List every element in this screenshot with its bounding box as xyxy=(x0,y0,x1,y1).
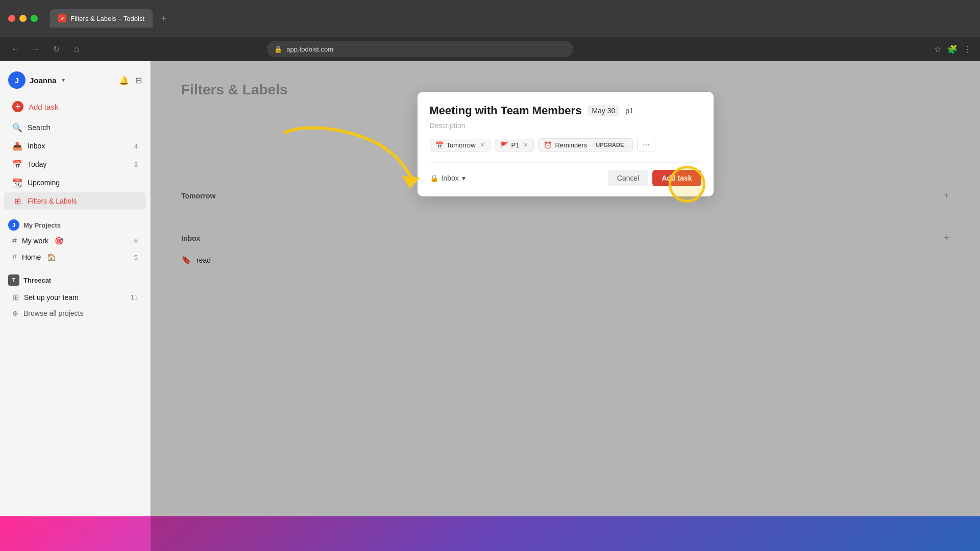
sidebar-item-filters-labels[interactable]: ⊞ Filters & Labels xyxy=(4,192,146,210)
inbox-count: 4 xyxy=(134,142,138,150)
modal-actions: Cancel Add task xyxy=(608,170,701,186)
sidebar-item-label: Today xyxy=(28,160,46,168)
arrow-annotation xyxy=(275,117,428,199)
project-label: Home xyxy=(22,253,41,261)
inbox-selector-label: Inbox xyxy=(442,174,459,182)
p1-tag-remove[interactable]: ✕ xyxy=(523,141,528,148)
hash-icon: ⊞ xyxy=(12,292,19,302)
address-bar[interactable]: 🔒 app.todoist.com xyxy=(267,41,573,57)
modal-overlay[interactable]: Meeting with Team Members May 30 p1 Desc… xyxy=(151,61,980,551)
tab-favicon: ✓ xyxy=(58,14,66,22)
sidebar-item-search[interactable]: 🔍 Search xyxy=(4,119,146,136)
project-label: Set up your team xyxy=(24,293,79,302)
extensions-icon[interactable]: 🧩 xyxy=(947,44,958,54)
upcoming-icon: 📆 xyxy=(12,178,22,188)
p1-tag-label: P1 xyxy=(511,141,520,149)
flag-icon: 🚩 xyxy=(500,141,508,149)
inbox-icon: 📥 xyxy=(12,141,22,151)
sidebar-item-home[interactable]: # Home 🏠 5 xyxy=(4,249,146,265)
traffic-lights xyxy=(8,15,38,22)
minimize-button[interactable] xyxy=(19,15,27,22)
sidebar-item-set-up-team[interactable]: ⊞ Set up your team 11 xyxy=(4,289,146,305)
header-icons: 🔔 ⊟ xyxy=(119,76,142,85)
search-icon: 🔍 xyxy=(12,122,22,133)
clock-icon: ⏰ xyxy=(544,141,552,149)
sidebar-item-label: Filters & Labels xyxy=(28,197,77,205)
modal-title: Meeting with Team Members xyxy=(430,104,582,117)
notification-bell-icon[interactable]: 🔔 xyxy=(119,76,129,85)
url-text: app.todoist.com xyxy=(286,45,333,53)
sidebar-item-label: Search xyxy=(28,123,50,132)
bookmark-icon[interactable]: ☆ xyxy=(934,44,941,54)
calendar-icon: 📅 xyxy=(435,141,444,149)
hash-icon: # xyxy=(12,236,17,245)
user-name: Joanna xyxy=(30,76,57,85)
sidebar-toggle-icon[interactable]: ⊟ xyxy=(135,76,142,85)
browser-chrome: ✓ Filters & Labels – Todoist + xyxy=(0,0,980,37)
tab-bar: ✓ Filters & Labels – Todoist + xyxy=(50,9,171,28)
my-work-count: 6 xyxy=(134,237,138,245)
workspace-header: T Threecat xyxy=(0,269,150,289)
inbox-chevron-icon: ▾ xyxy=(462,174,465,182)
back-button[interactable]: ← xyxy=(8,42,22,56)
inbox-selector[interactable]: 🔒 Inbox ▾ xyxy=(430,174,465,182)
menu-icon[interactable]: ⋮ xyxy=(964,44,972,54)
reminders-tag-label: Reminders xyxy=(555,141,587,149)
tag-row: 📅 Tomorrow ✕ 🚩 P1 ✕ ⏰ Reminders UPGR xyxy=(430,138,701,152)
setup-team-count: 11 xyxy=(131,293,138,301)
more-options-button[interactable]: ··· xyxy=(637,138,655,152)
today-icon: 📅 xyxy=(12,159,22,169)
tab-title: Filters & Labels – Todoist xyxy=(70,15,144,22)
my-work-emoji: 🎯 xyxy=(55,237,63,245)
active-tab[interactable]: ✓ Filters & Labels – Todoist xyxy=(50,9,153,28)
browse-all-projects[interactable]: ⊕ Browse all projects xyxy=(4,306,146,320)
lock-icon: 🔒 xyxy=(430,174,438,182)
browse-all-icon: ⊕ xyxy=(12,309,18,317)
user-avatar: J xyxy=(8,71,26,89)
reminders-tag[interactable]: ⏰ Reminders UPGRADE xyxy=(538,138,633,152)
p1-tag[interactable]: 🚩 P1 ✕ xyxy=(495,139,534,152)
workspace-name: Threecat xyxy=(23,277,51,284)
date-badge[interactable]: May 30 xyxy=(587,105,619,116)
fullscreen-button[interactable] xyxy=(31,15,38,22)
my-projects-avatar: J xyxy=(8,219,19,231)
svg-marker-0 xyxy=(402,176,420,189)
add-task-icon: + xyxy=(12,101,23,112)
priority-badge: p1 xyxy=(625,107,633,115)
add-task-button[interactable]: + Add task xyxy=(4,97,146,116)
app-container: J Joanna ▾ 🔔 ⊟ + Add task 🔍 Search 📥 Inb… xyxy=(0,61,980,551)
tomorrow-tag-remove[interactable]: ✕ xyxy=(480,141,485,148)
tomorrow-tag[interactable]: 📅 Tomorrow ✕ xyxy=(430,139,491,152)
sidebar-item-today[interactable]: 📅 Today 3 xyxy=(4,156,146,173)
modal-title-row: Meeting with Team Members May 30 p1 xyxy=(430,104,701,117)
address-bar-row: ← → ↻ ⌂ 🔒 app.todoist.com ☆ 🧩 ⋮ xyxy=(0,37,980,61)
my-projects-section: J My Projects xyxy=(0,214,150,233)
home-button[interactable]: ⌂ xyxy=(69,42,84,56)
new-tab-button[interactable]: + xyxy=(157,11,171,26)
cancel-button[interactable]: Cancel xyxy=(608,170,649,186)
sidebar-item-label: Inbox xyxy=(28,142,45,150)
modal-description[interactable]: Description xyxy=(430,121,701,130)
reload-button[interactable]: ↻ xyxy=(49,42,63,56)
task-modal: Meeting with Team Members May 30 p1 Desc… xyxy=(418,92,714,196)
tomorrow-tag-label: Tomorrow xyxy=(447,141,476,149)
today-count: 3 xyxy=(134,161,138,168)
browse-all-label: Browse all projects xyxy=(23,309,84,317)
sidebar-item-inbox[interactable]: 📥 Inbox 4 xyxy=(4,137,146,155)
user-chevron-icon: ▾ xyxy=(62,77,65,84)
forward-button[interactable]: → xyxy=(29,42,43,56)
filters-icon: ⊞ xyxy=(12,196,22,206)
add-task-modal-button[interactable]: Add task xyxy=(652,170,701,186)
home-count: 5 xyxy=(134,254,138,261)
workspace-avatar: T xyxy=(8,274,19,286)
hash-icon: # xyxy=(12,253,17,262)
close-button[interactable] xyxy=(8,15,15,22)
add-task-button-wrapper: Add task xyxy=(652,170,701,186)
project-label: My work xyxy=(22,237,48,245)
main-content: Filters & Labels Tomorrow + Inbox + 🔖 re… xyxy=(151,61,980,551)
sidebar-item-upcoming[interactable]: 📆 Upcoming xyxy=(4,174,146,191)
add-task-label: Add task xyxy=(29,103,58,111)
sidebar-item-my-work[interactable]: # My work 🎯 6 xyxy=(4,233,146,248)
modal-footer: 🔒 Inbox ▾ Cancel Add task xyxy=(430,162,701,186)
upgrade-button[interactable]: UPGRADE xyxy=(592,141,627,149)
